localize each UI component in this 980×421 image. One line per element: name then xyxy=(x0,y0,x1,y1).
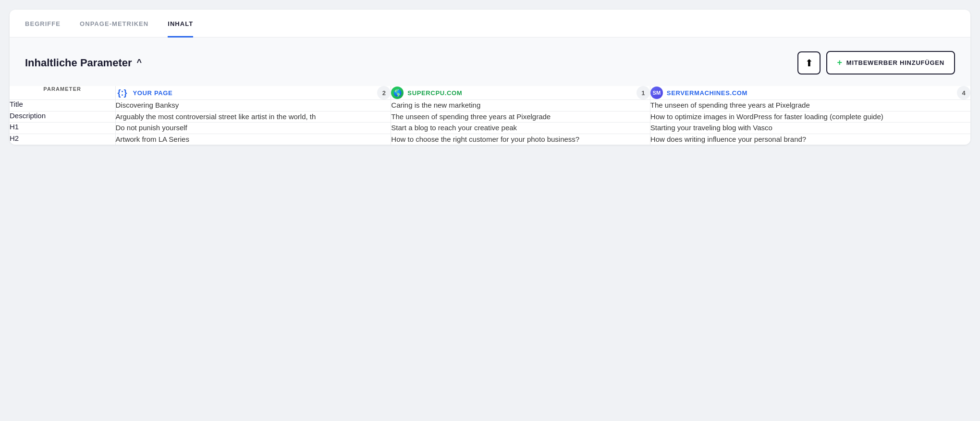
section-title-text: Inhaltliche Parameter xyxy=(25,57,132,69)
table-row: H2 Artwork from LA Series How to choose … xyxy=(10,134,970,145)
section-header: Inhaltliche Parameter ^ ⬆ + MITBEWERBER … xyxy=(10,37,970,86)
col-header-supercpu-inner: 🌎 SUPERCPU.COM 1 xyxy=(391,86,650,99)
tab-inhalt[interactable]: INHALT xyxy=(168,10,193,37)
row-yourpage-0: Discovering Banksy xyxy=(115,100,391,111)
servermachines-label: SERVERMACHINES.COM xyxy=(667,89,747,97)
table-header-row: PARAMETER {:} YOUR PAGE 2 🌎 SUPERCPU.COM… xyxy=(10,86,970,100)
supercpu-icon: 🌎 xyxy=(391,87,404,99)
row-yourpage-2: Do not punish yourself xyxy=(115,123,391,134)
row-servermachines-3: How does writing influence your personal… xyxy=(650,134,970,145)
section-title: Inhaltliche Parameter ^ xyxy=(25,57,142,69)
row-param-1: Description xyxy=(10,111,115,123)
header-actions: ⬆ + MITBEWERBER HINZUFÜGEN xyxy=(797,51,955,74)
row-param-0: Title xyxy=(10,100,115,111)
row-supercpu-0: Caring is the new marketing xyxy=(391,100,650,111)
tab-begriffe[interactable]: BEGRIFFE xyxy=(25,10,61,37)
tabs-bar: BEGRIFFE ONPAGE-METRIKEN INHALT xyxy=(10,10,970,37)
col-header-supercpu: 🌎 SUPERCPU.COM 1 xyxy=(391,86,650,100)
yourpage-icon: {:} xyxy=(116,86,129,99)
col-header-servermachines-inner: SM SERVERMACHINES.COM 4 xyxy=(650,86,970,99)
tab-onpage[interactable]: ONPAGE-METRIKEN xyxy=(80,10,148,37)
row-yourpage-1: Arguably the most controversial street l… xyxy=(115,111,391,123)
main-card: BEGRIFFE ONPAGE-METRIKEN INHALT Inhaltli… xyxy=(10,10,970,145)
table-row: Description Arguably the most controvers… xyxy=(10,111,970,123)
yourpage-badge: 2 xyxy=(377,86,391,99)
col-header-yourpage: {:} YOUR PAGE 2 xyxy=(115,86,391,100)
upload-button[interactable]: ⬆ xyxy=(797,51,821,74)
content-table: PARAMETER {:} YOUR PAGE 2 🌎 SUPERCPU.COM… xyxy=(10,86,970,145)
servermachines-badge: 4 xyxy=(957,86,970,99)
col-header-servermachines: SM SERVERMACHINES.COM 4 xyxy=(650,86,970,100)
add-competitor-button[interactable]: + MITBEWERBER HINZUFÜGEN xyxy=(826,51,955,74)
table-row: Title Discovering Banksy Caring is the n… xyxy=(10,100,970,111)
row-servermachines-2: Starting your traveling blog with Vasco xyxy=(650,123,970,134)
row-servermachines-1: How to optimize images in WordPress for … xyxy=(650,111,970,123)
yourpage-label: YOUR PAGE xyxy=(133,89,173,97)
col-header-yourpage-inner: {:} YOUR PAGE 2 xyxy=(116,86,391,99)
col-header-param: PARAMETER xyxy=(10,86,115,100)
row-supercpu-3: How to choose the right customer for you… xyxy=(391,134,650,145)
row-servermachines-0: The unseen of spending three years at Pi… xyxy=(650,100,970,111)
row-supercpu-1: The unseen of spending three years at Pi… xyxy=(391,111,650,123)
servermachines-icon: SM xyxy=(650,87,663,99)
row-param-2: H1 xyxy=(10,123,115,134)
row-yourpage-3: Artwork from LA Series xyxy=(115,134,391,145)
row-param-3: H2 xyxy=(10,134,115,145)
table-row: H1 Do not punish yourself Start a blog t… xyxy=(10,123,970,134)
supercpu-label: SUPERCPU.COM xyxy=(407,89,462,97)
param-label: PARAMETER xyxy=(43,86,81,92)
row-supercpu-2: Start a blog to reach your creative peak xyxy=(391,123,650,134)
add-competitor-label: MITBEWERBER HINZUFÜGEN xyxy=(846,59,944,66)
plus-icon: + xyxy=(837,58,842,68)
collapse-icon[interactable]: ^ xyxy=(137,58,142,68)
supercpu-badge: 1 xyxy=(637,86,650,99)
upload-icon: ⬆ xyxy=(805,57,813,69)
